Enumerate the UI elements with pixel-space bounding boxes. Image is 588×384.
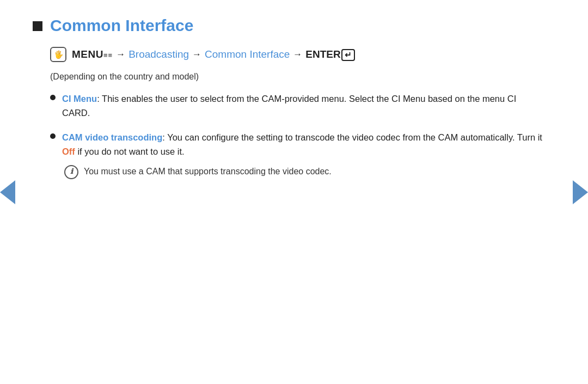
description-cam-post: if you do not want to use it. xyxy=(75,147,185,156)
enter-icon: ↵ xyxy=(341,49,355,61)
breadcrumb-broadcasting: Broadcasting xyxy=(128,48,189,60)
description-ci-menu: This enables the user to select from the… xyxy=(62,94,516,118)
breadcrumb-arrow-3: → xyxy=(293,49,302,60)
breadcrumb-arrow-2: → xyxy=(192,49,201,60)
term-ci-menu: CI Menu xyxy=(62,94,97,103)
page-container: Common Interface 🖐 MENU≡≡ → Broadcasting… xyxy=(0,0,588,384)
breadcrumb: 🖐 MENU≡≡ → Broadcasting → Common Interfa… xyxy=(50,47,544,62)
note-block: ℹ You must use a CAM that supports trans… xyxy=(64,164,544,179)
page-title: Common Interface xyxy=(50,16,193,35)
subtitle-text: (Depending on the country and model) xyxy=(50,72,544,82)
menu-icon: 🖐 xyxy=(50,47,66,62)
note-icon: ℹ xyxy=(64,165,78,179)
separator-2: : xyxy=(162,132,167,142)
breadcrumb-arrow-1: → xyxy=(116,49,125,60)
title-square-icon xyxy=(33,21,42,31)
bullet-content-1: CI Menu: This enables the user to select… xyxy=(62,92,544,120)
breadcrumb-menu-label: MENU≡≡ xyxy=(72,48,113,60)
note-text: You must use a CAM that supports transco… xyxy=(84,164,332,179)
highlight-off: Off xyxy=(62,147,75,156)
bullet-list: CI Menu: This enables the user to select… xyxy=(50,92,544,179)
next-page-button[interactable] xyxy=(573,180,588,204)
breadcrumb-common-interface: Common Interface xyxy=(205,48,290,60)
list-item: CAM video transcoding: You can configure… xyxy=(50,130,544,179)
bullet-dot-icon xyxy=(50,95,56,100)
title-row: Common Interface xyxy=(33,16,544,35)
bullet-content-2: CAM video transcoding: You can configure… xyxy=(62,130,544,179)
breadcrumb-enter-label: ENTER↵ xyxy=(305,48,354,61)
term-cam-video: CAM video transcoding xyxy=(62,132,162,142)
bullet-dot-icon xyxy=(50,133,56,139)
prev-page-button[interactable] xyxy=(0,180,15,204)
list-item: CI Menu: This enables the user to select… xyxy=(50,92,544,120)
separator-1: : xyxy=(97,94,102,103)
description-cam-pre: You can configure the setting to transco… xyxy=(167,132,542,142)
